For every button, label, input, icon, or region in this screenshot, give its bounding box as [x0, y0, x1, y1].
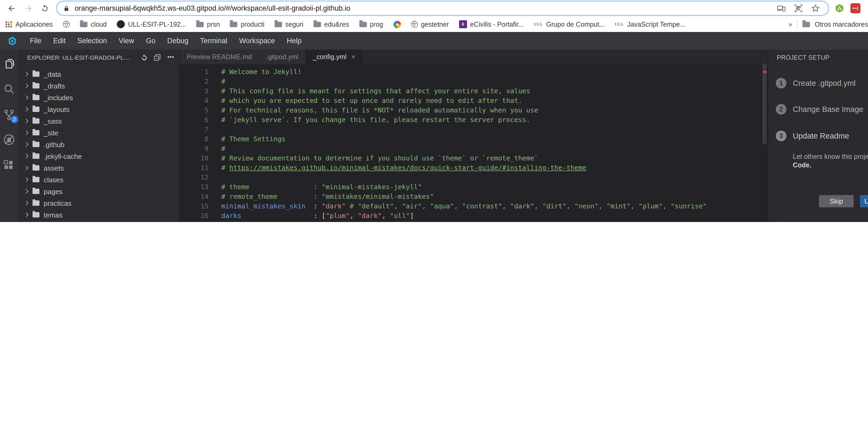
other-bookmarks[interactable]: Otros marcadores — [815, 21, 868, 28]
menu-selection[interactable]: Selection — [71, 37, 113, 45]
editor-tab-gitpod-yml[interactable]: .gitpod.yml — [259, 50, 306, 64]
collapse-all-icon[interactable] — [153, 53, 161, 62]
debug-disabled-icon[interactable] — [3, 133, 16, 146]
bookmark-ull-esit-pl-192[interactable]: ULL-ESIT-PL-192... — [117, 20, 186, 28]
scrollbar-thumb[interactable] — [763, 64, 767, 144]
editor-tab-config-yml[interactable]: _config.yml× — [306, 50, 363, 64]
bookmark-javascript-tempe[interactable]: ULLJavaScript Tempe... — [615, 21, 685, 28]
forward-icon[interactable] — [24, 3, 33, 13]
folder-icon — [33, 212, 39, 218]
source-control-icon[interactable]: 2 — [3, 108, 16, 121]
menu-view[interactable]: View — [113, 37, 140, 45]
menu-file[interactable]: File — [24, 37, 48, 45]
setup-step-2[interactable]: 2Change Base Image — [776, 104, 868, 115]
chevron-right-icon — [24, 189, 29, 194]
tree-item-drafts[interactable]: _drafts — [18, 80, 179, 92]
explorer-icon[interactable] — [3, 58, 16, 70]
url-text[interactable]: orange-marsupial-6qwqkh5z.ws-eu03.gitpod… — [75, 4, 777, 12]
tree-item-test[interactable]: test — [18, 221, 179, 222]
bookmark-producti[interactable]: producti — [230, 21, 265, 28]
vertical-scrollbar[interactable] — [762, 64, 768, 222]
line-number: 12 — [180, 173, 217, 182]
tree-item-clases[interactable]: clases — [18, 174, 179, 186]
code-line: 10# Review documentation to determine if… — [180, 154, 762, 163]
editor-group: Preview README.md.gitpod.yml_config.yml×… — [180, 50, 768, 222]
close-icon[interactable]: × — [351, 53, 355, 61]
bookmark-edu-res[interactable]: edu&res — [313, 21, 349, 28]
bookmark-prog[interactable]: prog — [359, 21, 383, 28]
setup-step-4[interactable]: 4Test Drive Configurat — [776, 222, 868, 222]
folder-icon — [33, 142, 39, 147]
menu-workspace[interactable]: Workspace — [233, 37, 281, 45]
tree-item-practicas[interactable]: practicas — [18, 197, 179, 209]
back-icon[interactable] — [7, 3, 17, 13]
step-number-badge: 1 — [776, 78, 786, 89]
qr-code-icon[interactable] — [794, 4, 803, 13]
globe-icon — [63, 21, 70, 28]
tree-item-github[interactable]: .github — [18, 138, 179, 150]
menu-edit[interactable]: Edit — [48, 37, 72, 45]
gitpod-logo-icon[interactable] — [7, 36, 17, 45]
folder-icon — [33, 189, 39, 194]
bookmark-aplicaciones[interactable]: Aplicaciones — [5, 21, 53, 28]
bookmark-grupo-de-comput[interactable]: ULLGrupo de Comput... — [534, 21, 604, 28]
bookmark-ecivilis-portafir[interactable]: iieCivilis - Portafir... — [459, 20, 524, 28]
tree-item-includes[interactable]: _includes — [18, 92, 179, 103]
code-line: 8# Theme Settings — [180, 134, 762, 144]
search-icon[interactable] — [3, 83, 16, 95]
editor-tab-preview-readme-md[interactable]: Preview README.md — [180, 50, 259, 64]
tree-item-pages[interactable]: pages — [18, 186, 179, 197]
bookmarks-overflow-icon[interactable]: » — [788, 20, 792, 28]
menu-go[interactable]: Go — [140, 37, 161, 45]
pinwheel-icon — [393, 21, 401, 28]
menu-bar-items: FileEditSelectionViewGoDebugTerminalWork… — [24, 37, 307, 45]
menu-debug[interactable]: Debug — [161, 37, 194, 45]
folder-icon — [33, 95, 39, 100]
chevron-right-icon — [24, 166, 29, 170]
bookmark-item[interactable] — [393, 21, 401, 28]
folder-icon — [196, 22, 204, 27]
explorer-sidebar: EXPLORER: ULL-ESIT-GRADOII-PL.... ••• _d… — [18, 50, 180, 222]
tree-item-site[interactable]: _site — [18, 127, 179, 138]
address-bar[interactable]: orange-marsupial-6qwqkh5z.ws-eu03.gitpod… — [56, 1, 829, 16]
update-button[interactable]: U — [860, 195, 868, 207]
code-line: 15minimal_mistakes_skin : "dark" # "defa… — [180, 201, 762, 211]
code-editor[interactable]: 1# Welcome to Jekyll!2#3# This config fi… — [180, 64, 762, 222]
folder-icon — [33, 177, 39, 182]
skip-button[interactable]: Skip — [819, 195, 854, 207]
git-changes-badge: 2 — [11, 116, 18, 123]
tree-item-sass[interactable]: _sass — [18, 115, 179, 127]
editor-tab-bar: Preview README.md.gitpod.yml_config.yml× — [180, 50, 768, 64]
reload-icon[interactable] — [40, 3, 50, 13]
bookmark-star-icon[interactable] — [811, 4, 820, 13]
tree-item-jekyll-cache[interactable]: .jekyll-cache — [18, 150, 179, 162]
tree-item-temas[interactable]: temas — [18, 209, 179, 221]
tree-item-data[interactable]: _data — [18, 68, 179, 80]
menu-help[interactable]: Help — [281, 37, 307, 45]
chevron-right-icon — [24, 72, 29, 76]
send-to-devices-icon[interactable] — [777, 4, 786, 13]
lastpass-extension-icon[interactable]: •••| — [850, 3, 861, 13]
file-tree: _data_drafts_includes_layouts_sass_site.… — [18, 66, 179, 222]
code-line: 5# For technical reasons, this file is *… — [180, 105, 762, 115]
bookmark-cloud[interactable]: cloud — [80, 21, 106, 28]
bookmark-seguri[interactable]: seguri — [275, 21, 303, 28]
code-line: 2# — [180, 77, 762, 86]
refresh-icon[interactable] — [140, 53, 148, 62]
extension-hexagon-icon[interactable] — [834, 3, 844, 13]
chevron-right-icon — [24, 95, 29, 100]
bookmark-gestetner[interactable]: gestetner — [411, 21, 449, 28]
chevron-right-icon — [24, 142, 29, 147]
browser-toolbar: orange-marsupial-6qwqkh5z.ws-eu03.gitpod… — [0, 0, 868, 17]
line-number: 2 — [180, 77, 217, 86]
extensions-icon[interactable] — [3, 159, 16, 171]
bookmark-prsn[interactable]: prsn — [196, 21, 220, 28]
menu-terminal[interactable]: Terminal — [194, 37, 233, 45]
tree-item-layouts[interactable]: _layouts — [18, 103, 179, 115]
step-number-badge: 3 — [776, 131, 786, 141]
setup-step-3[interactable]: 3Update Readme — [776, 131, 868, 141]
bookmark-item[interactable] — [63, 21, 70, 28]
tree-item-assets[interactable]: assets — [18, 162, 179, 174]
setup-step-1[interactable]: 1Create .gitpod.yml — [776, 78, 868, 89]
more-actions-icon[interactable]: ••• — [166, 53, 175, 62]
